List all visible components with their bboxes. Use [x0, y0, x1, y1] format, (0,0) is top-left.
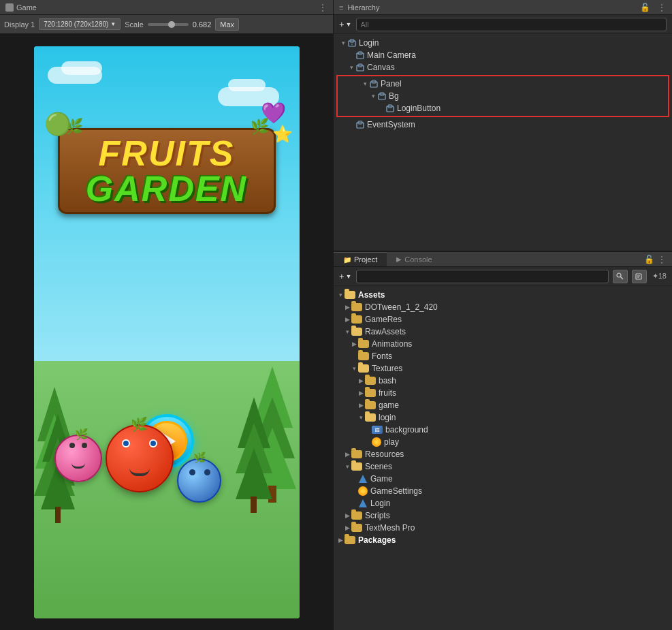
- folder-icon-scripts: [351, 511, 362, 520]
- project-item-packages[interactable]: ▶ Packages: [334, 534, 672, 546]
- project-item-scripts[interactable]: ▶ Scripts: [334, 509, 672, 522]
- folder-icon-packages: [345, 536, 355, 544]
- scale-thumb: [168, 21, 175, 28]
- project-add-icon: +: [339, 271, 345, 281]
- svg-rect-25: [379, 94, 385, 99]
- project-item-gameres[interactable]: ▶ GameRes: [334, 313, 672, 326]
- max-button[interactable]: Max: [215, 18, 239, 31]
- game-panel-menu[interactable]: ⋮: [318, 2, 327, 13]
- console-tab-icon: ▶: [396, 255, 402, 263]
- project-item-fonts[interactable]: Fonts: [334, 350, 672, 362]
- fruit-char-tomato: 🌿: [106, 424, 174, 492]
- project-menu-icon[interactable]: ⋮: [657, 254, 667, 265]
- hierarchy-add-button[interactable]: + ▼: [339, 19, 352, 29]
- label-game-scene: Game: [370, 474, 393, 484]
- label-game-folder: game: [379, 400, 399, 410]
- project-item-play[interactable]: play: [334, 436, 672, 448]
- hierarchy-item-panel[interactable]: ▾ Panel: [339, 78, 667, 90]
- project-filter-btn[interactable]: [613, 270, 628, 283]
- arrow-dotween: ▶: [343, 304, 351, 311]
- project-lock-icon[interactable]: 🔓: [644, 255, 654, 264]
- tab-console[interactable]: ▶ Console: [387, 252, 441, 266]
- game-panel-icon: [5, 3, 14, 12]
- hierarchy-panel-icon: ≡: [339, 3, 343, 12]
- game-screen: FRUITS GARDEN 🌿 🌿 🟢 💜 ⭐: [34, 46, 300, 618]
- hierarchy-item-loginbutton[interactable]: LoginButton: [339, 102, 667, 114]
- folder-icon-fonts: [358, 352, 369, 360]
- game-panel-title: Game: [16, 3, 37, 12]
- cube-icon-bg: [377, 91, 387, 101]
- arrow-login: ▾: [339, 40, 347, 46]
- tab-project[interactable]: 📁 Project: [334, 252, 387, 266]
- project-item-dotween[interactable]: ▶ DOTween_1_2_420: [334, 301, 672, 313]
- asset-icon-play: [372, 437, 381, 447]
- cloud-2: [61, 61, 102, 75]
- svg-marker-36: [359, 475, 367, 483]
- label-textmeshpro: TextMesh Pro: [365, 523, 415, 533]
- display-dropdown[interactable]: 720:1280 (720x1280) ▼: [39, 18, 121, 30]
- project-item-login-scene[interactable]: Login: [334, 497, 672, 509]
- project-item-assets[interactable]: ▾ Assets: [334, 289, 672, 301]
- project-tags-btn[interactable]: [632, 270, 647, 283]
- svg-rect-33: [636, 274, 641, 279]
- hierarchy-item-bg[interactable]: ▾ Bg: [339, 90, 667, 102]
- svg-rect-23: [370, 82, 377, 87]
- project-item-bash[interactable]: ▶ bash: [334, 375, 672, 387]
- tree-right-2: [235, 397, 272, 513]
- cube-icon-canvas: [355, 63, 365, 72]
- project-item-textmeshpro[interactable]: ▶ TextMesh Pro: [334, 522, 672, 534]
- project-item-gamesettings[interactable]: GameSettings: [334, 485, 672, 497]
- folder-icon-gameres: [351, 315, 362, 324]
- project-item-game-folder[interactable]: ▶ game: [334, 399, 672, 411]
- label-gamesettings: GameSettings: [370, 486, 422, 496]
- hierarchy-item-eventsystem[interactable]: EventSystem: [334, 119, 672, 131]
- project-search-input[interactable]: [356, 270, 609, 283]
- project-item-textures[interactable]: ▾ Textures: [334, 362, 672, 375]
- arrow-scenes: ▾: [343, 463, 351, 470]
- project-item-resources[interactable]: ▶ Resources: [334, 448, 672, 460]
- game-viewport: FRUITS GARDEN 🌿 🌿 🟢 💜 ⭐: [0, 34, 333, 630]
- scale-slider[interactable]: [148, 23, 189, 26]
- console-tab-label: Console: [404, 255, 432, 264]
- label-packages: Packages: [358, 535, 396, 545]
- label-loginbutton: LoginButton: [397, 104, 441, 113]
- svg-point-31: [617, 273, 621, 277]
- hierarchy-search-input[interactable]: [356, 18, 667, 31]
- label-scripts: Scripts: [365, 511, 390, 520]
- cube-icon-main-camera: [355, 50, 365, 60]
- project-item-fruits[interactable]: ▶ fruits: [334, 387, 672, 399]
- svg-marker-14: [236, 448, 272, 499]
- fruits-title-text: FRUITS: [70, 136, 263, 171]
- hierarchy-lock-icon[interactable]: 🔓: [640, 3, 650, 12]
- project-item-rawassets[interactable]: ▾ RawAssets: [334, 326, 672, 338]
- hierarchy-item-canvas[interactable]: ▾ Canvas: [334, 61, 672, 74]
- project-item-animations[interactable]: ▶ Animations: [334, 338, 672, 350]
- svg-rect-19: [357, 53, 364, 59]
- arrow-packages: ▶: [336, 537, 345, 544]
- project-tabs-bar: 📁 Project ▶ Console 🔓 ⋮: [334, 252, 672, 267]
- project-item-game-scene[interactable]: Game: [334, 473, 672, 485]
- cube-icon-eventsystem: [355, 120, 365, 129]
- project-add-button[interactable]: + ▼: [339, 271, 352, 281]
- hierarchy-item-login[interactable]: ▾ Login: [334, 37, 672, 49]
- arrow-scripts: ▶: [343, 512, 351, 519]
- label-bash: bash: [379, 376, 396, 385]
- folder-icon-textmeshpro: [351, 524, 362, 532]
- project-item-login-folder[interactable]: ▾ login: [334, 411, 672, 424]
- cube-icon-login: [347, 38, 357, 48]
- hierarchy-item-main-camera[interactable]: Main Camera: [334, 49, 672, 61]
- folder-icon-game: [365, 401, 376, 409]
- label-background: background: [385, 425, 428, 435]
- arrow-animations: ▶: [350, 341, 358, 347]
- hierarchy-panel-title: Hierarchy: [347, 3, 379, 12]
- arrow-assets: ▾: [336, 292, 345, 298]
- label-login-folder: login: [379, 413, 396, 422]
- arrow-bash: ▶: [357, 377, 365, 384]
- svg-line-32: [620, 277, 623, 279]
- hierarchy-toolbar: + ▼: [334, 15, 672, 34]
- hierarchy-menu-icon[interactable]: ⋮: [657, 2, 667, 13]
- project-item-background[interactable]: 🖼 background: [334, 424, 672, 436]
- project-item-scenes[interactable]: ▾ Scenes: [334, 460, 672, 473]
- cube-icon-panel: [369, 79, 379, 89]
- game-controls-bar: Display 1 720:1280 (720x1280) ▼ Scale 0.…: [0, 15, 333, 34]
